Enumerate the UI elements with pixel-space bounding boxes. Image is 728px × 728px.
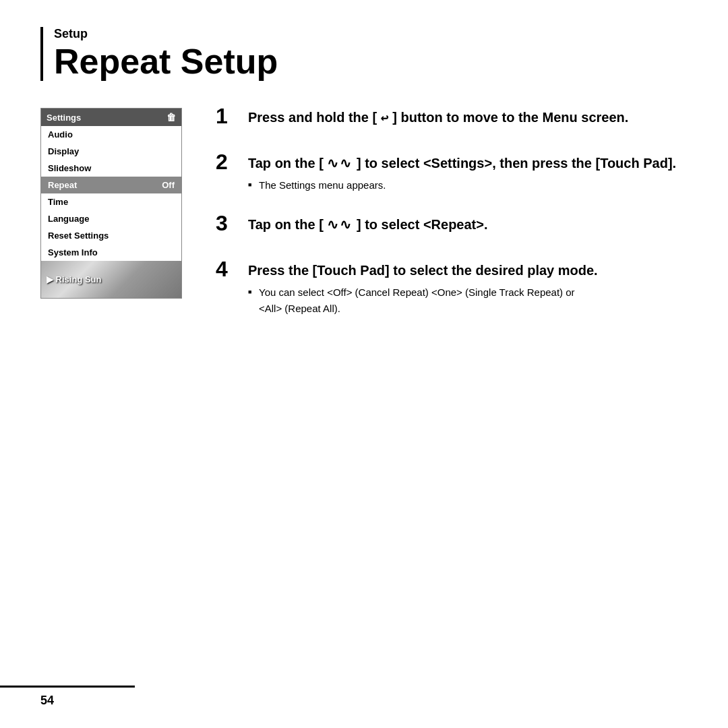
steps-panel: 1 Press and hold the [ ↩ ] button to mov…: [216, 108, 688, 338]
menu-item-audio[interactable]: Audio: [41, 126, 181, 143]
step-3-number: 3: [216, 212, 237, 234]
header-sub-label: Setup: [54, 27, 688, 41]
now-playing-background: ▶ Rising Sun: [41, 261, 181, 298]
device-panel: Settings 🗑 Audio Display Slideshow Repea…: [40, 108, 182, 338]
step-3-content: Tap on the [ ∿∿ ] to select <Repeat>.: [248, 215, 688, 239]
step-4-content: Press the [Touch Pad] to select the desi…: [248, 261, 688, 317]
device-screen: Settings 🗑 Audio Display Slideshow Repea…: [40, 108, 182, 299]
step-2: 2 Tap on the [ ∿∿ ] to select <Settings>…: [216, 154, 688, 193]
step-2-number: 2: [216, 151, 237, 173]
page-title: Repeat Setup: [54, 42, 688, 81]
bottom-line: [0, 686, 135, 688]
step-2-text: Tap on the [ ∿∿ ] to select <Settings>, …: [248, 154, 688, 173]
step-4-text: Press the [Touch Pad] to select the desi…: [248, 261, 688, 280]
page-header: Setup Repeat Setup: [40, 27, 688, 81]
menu-item-display[interactable]: Display: [41, 143, 181, 160]
step-1-text: Press and hold the [ ↩ ] button to move …: [248, 108, 688, 127]
step-4-number: 4: [216, 258, 237, 280]
step-4-sub: You can select <Off> (Cancel Repeat) <On…: [248, 285, 688, 301]
page-number: 54: [40, 694, 54, 708]
menu-item-repeat[interactable]: Repeat Off: [41, 177, 181, 193]
menu-item-reset-settings[interactable]: Reset Settings: [41, 227, 181, 244]
menu-item-system-info[interactable]: System Info: [41, 244, 181, 261]
step-3: 3 Tap on the [ ∿∿ ] to select <Repeat>.: [216, 215, 688, 239]
device-screen-title: Settings: [47, 113, 81, 123]
device-screen-header: Settings 🗑: [41, 109, 181, 126]
step-1: 1 Press and hold the [ ↩ ] button to mov…: [216, 108, 688, 132]
menu-item-language[interactable]: Language: [41, 210, 181, 227]
trash-icon: 🗑: [166, 112, 176, 123]
menu-item-now-playing: ▶ Rising Sun: [41, 261, 181, 298]
page: Setup Repeat Setup Settings 🗑 Audio Disp…: [0, 0, 728, 728]
menu-item-time[interactable]: Time: [41, 193, 181, 210]
step-2-content: Tap on the [ ∿∿ ] to select <Settings>, …: [248, 154, 688, 193]
step-4-sub2: <All> (Repeat All).: [248, 301, 688, 317]
menu-item-slideshow[interactable]: Slideshow: [41, 160, 181, 177]
step-3-text: Tap on the [ ∿∿ ] to select <Repeat>.: [248, 215, 688, 234]
step-2-sub: The Settings menu appears.: [248, 178, 688, 193]
step-1-number: 1: [216, 105, 237, 127]
now-playing-label: ▶ Rising Sun: [47, 274, 102, 284]
step-1-content: Press and hold the [ ↩ ] button to move …: [248, 108, 688, 132]
main-content: Settings 🗑 Audio Display Slideshow Repea…: [40, 108, 688, 338]
step-4: 4 Press the [Touch Pad] to select the de…: [216, 261, 688, 317]
